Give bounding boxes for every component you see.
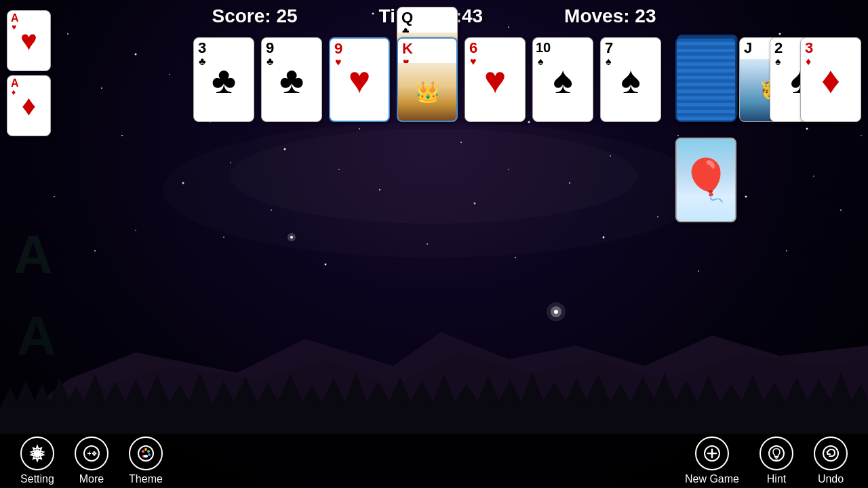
deck-stack[interactable]	[675, 37, 736, 124]
card-suit-center: ♦	[821, 58, 840, 102]
svg-point-125	[148, 453, 151, 456]
settings-button[interactable]: Setting	[20, 436, 54, 485]
svg-point-122	[142, 450, 144, 453]
card-rank: 2	[774, 41, 783, 56]
toolbar-right: New Game Hint U	[685, 436, 848, 485]
stock-row: J 🤴 2 ♠ ♠ 3 ♦ ♦	[675, 37, 861, 124]
card-rank: 10	[536, 41, 551, 54]
card-rank: J	[744, 41, 752, 56]
card-rank: Q	[401, 10, 413, 25]
card-rank: 9	[266, 41, 274, 56]
tableau-col-4[interactable]: K ♥ 👑 Q ♣ 👸	[397, 37, 458, 163]
theme-icon[interactable]	[129, 436, 163, 470]
hint-button[interactable]: Hint	[760, 436, 793, 485]
balloon-card[interactable]: 🎈	[675, 138, 736, 222]
undo-label: Undo	[818, 473, 844, 485]
svg-rect-116	[89, 454, 90, 455]
card-9-clubs[interactable]: 9 ♣ ♣	[261, 37, 322, 122]
more-icon[interactable]	[75, 436, 108, 470]
svg-point-123	[144, 448, 147, 451]
plus-icon	[703, 445, 721, 462]
svg-point-127	[144, 455, 148, 458]
tableau-col-2[interactable]: 9 ♣ ♣	[261, 37, 322, 163]
card-rank: 3	[805, 41, 813, 56]
settings-label: Setting	[20, 473, 54, 485]
card-suit-small: ♥	[470, 56, 477, 68]
tableau-col-6[interactable]: 10 ♠ ♠	[532, 37, 593, 163]
moves-display: Moves: 23	[564, 5, 656, 27]
gear-icon	[28, 445, 46, 462]
svg-rect-115	[89, 451, 90, 453]
hint-icon[interactable]	[760, 436, 793, 470]
card-rank: 7	[605, 41, 613, 56]
ghost-card: A	[14, 224, 53, 286]
card-suit-small: ♠	[775, 56, 781, 68]
card-suit-small: ♣	[267, 56, 274, 68]
card-suit-center: ♣	[279, 58, 304, 102]
tableau-area: 3 ♣ ♣ 9 ♣ ♣ 9 ♥ ♥ K ♥	[193, 37, 661, 163]
card-suit-center: ♦	[22, 89, 36, 122]
new-game-label: New Game	[685, 473, 739, 485]
theme-button[interactable]: Theme	[129, 436, 163, 485]
card-rank: K	[402, 41, 413, 56]
card-king-hearts[interactable]: K ♥ 👑	[397, 37, 458, 122]
card-suit-center: ♥	[20, 24, 37, 57]
foundation-ace-diamonds[interactable]: A ♦ ♦	[7, 75, 51, 136]
more-label: More	[79, 473, 104, 485]
card-rank: 6	[469, 41, 477, 56]
card-suit-small: ♠	[538, 56, 544, 68]
foundation-ace-hearts[interactable]: A ♥ ♥	[7, 10, 51, 71]
game-area: Score: 25 Time: 01:43 Moves: 23 A ♥ ♥ A …	[0, 0, 868, 488]
stock-face-up: J 🤴 2 ♠ ♠ 3 ♦ ♦	[739, 37, 861, 122]
card-rank: 3	[198, 41, 206, 56]
king-face: 👑	[398, 63, 456, 121]
card-suit-small: ♥	[12, 23, 16, 31]
score-display: Score: 25	[212, 5, 297, 27]
undo-button[interactable]: Undo	[814, 436, 848, 485]
card-10-spades[interactable]: 10 ♠ ♠	[532, 37, 593, 122]
card-suit-center: ♠	[553, 58, 572, 102]
card-suit-center: ♣	[212, 58, 236, 102]
card-3-diamonds[interactable]: 3 ♦ ♦	[800, 37, 861, 122]
svg-point-134	[823, 446, 838, 461]
undo-arrow-icon	[822, 445, 840, 462]
card-suit-center: ♥	[349, 58, 371, 102]
tableau-col-7[interactable]: 7 ♠ ♠	[600, 37, 661, 163]
gamepad-icon	[83, 445, 100, 462]
stock-area: J 🤴 2 ♠ ♠ 3 ♦ ♦ 🎈	[675, 37, 861, 222]
card-rank: 9	[334, 41, 342, 56]
card-suit-small: ♦	[12, 88, 16, 96]
settings-icon[interactable]	[20, 436, 54, 470]
card-6-hearts[interactable]: 6 ♥ ♥	[465, 37, 526, 122]
svg-point-124	[147, 450, 150, 453]
svg-point-120	[94, 454, 96, 456]
face-down-card-1[interactable]	[675, 37, 736, 122]
svg-point-113	[84, 446, 99, 461]
tableau-col-3[interactable]: 9 ♥ ♥	[329, 37, 390, 163]
foundation-area: A ♥ ♥ A ♦ ♦	[7, 10, 51, 136]
tableau-col-5[interactable]: 6 ♥ ♥	[465, 37, 526, 163]
card-suit-small: ♠	[606, 56, 612, 68]
card-suit-center: ♥	[484, 58, 507, 102]
card-suit-small: ♥	[335, 56, 342, 68]
undo-icon[interactable]	[814, 436, 848, 470]
tableau-col-1[interactable]: 3 ♣ ♣	[193, 37, 254, 163]
card-suit-small: ♣	[199, 56, 206, 68]
new-game-icon[interactable]	[695, 436, 729, 470]
balloon-image: 🎈	[681, 156, 732, 204]
card-7-spades[interactable]: 7 ♠ ♠	[600, 37, 661, 122]
ghost-card-2: A	[17, 305, 56, 367]
toolbar-left: Setting More	[20, 436, 163, 485]
more-button[interactable]: More	[75, 436, 108, 485]
new-game-button[interactable]: New Game	[685, 436, 739, 485]
hint-label: Hint	[767, 473, 786, 485]
svg-rect-114	[87, 453, 91, 454]
lightbulb-icon	[768, 445, 785, 462]
card-3-clubs[interactable]: 3 ♣ ♣	[193, 37, 254, 122]
palette-icon	[137, 445, 155, 462]
card-suit-center: ♠	[620, 58, 640, 102]
card-9-hearts[interactable]: 9 ♥ ♥	[329, 37, 390, 122]
card-suit-small: ♦	[806, 56, 811, 68]
toolbar: Setting More	[0, 434, 868, 488]
theme-label: Theme	[129, 473, 163, 485]
